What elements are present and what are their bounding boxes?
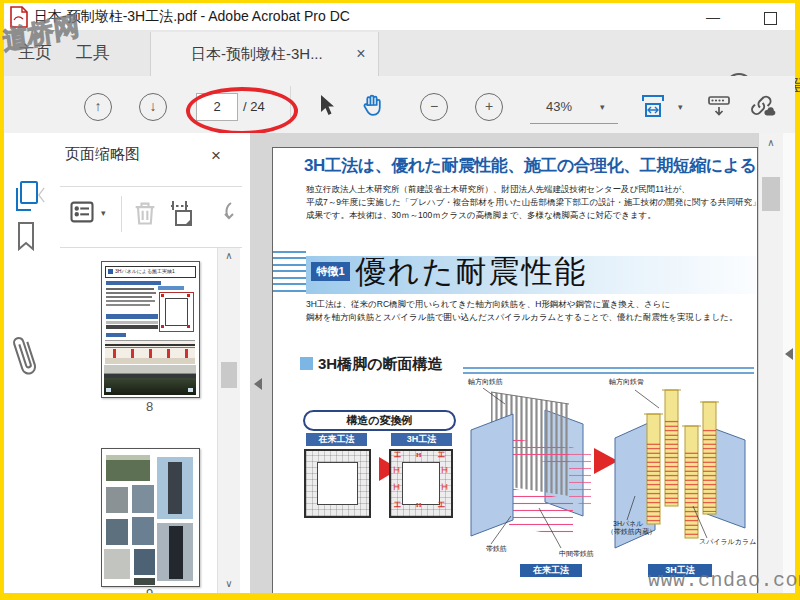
panel-scroll-down-icon[interactable]: ∨ [218,578,240,589]
method-3h-header: 3H工法 [391,433,452,446]
page-thumbnails-icon[interactable] [12,179,40,213]
minimize-button[interactable]: — [695,7,731,29]
attachments-icon[interactable] [4,326,47,386]
feature-badge: 特徴1 [311,262,350,281]
pdf-intro-line: 独立行政法人土木研究所（前建設省土木研究所）、財団法人先端建設技術センター及び民… [306,184,746,196]
steel-mark: 工 [394,451,401,459]
zoom-underline [530,123,618,124]
bookmarks-icon[interactable] [14,221,38,251]
steel-mark: 工 [440,484,448,491]
thumb2-page-number: 9 [101,586,198,593]
steel-mark: 工 [440,467,448,474]
pdf-feature-line: 鋼材を軸方向鉄筋とスパイラル筋で囲い込んだスパイラルカラムとすることで、優れた耐… [306,312,746,324]
section-rule [463,367,754,369]
section-rule [463,372,754,374]
conventional-3d-caption: 在来工法 [520,564,582,577]
label-hoop: 帯鉄筋 [486,545,507,553]
red-ellipse-annotation [186,87,298,135]
fit-dropdown-caret-icon[interactable]: ▾ [678,102,683,112]
steel-mark: H [416,451,421,459]
collapse-left-panel-handle[interactable] [254,378,262,390]
screenshot-frame: 日本-预制墩柱-3H工法.pdf - Adobe Acrobat Pro DC … [0,0,800,600]
method-3h-cross-section: 工 H 工 工 工 工 工 工 H 工 [389,449,453,518]
tab-document[interactable]: 日本-预制墩柱-3H... × [150,32,379,76]
conventional-3d-diagram [469,388,595,564]
decorative-stripe [273,270,306,272]
select-tool-icon[interactable] [316,94,336,118]
window-title: 日本-预制墩柱-3H工法.pdf - Adobe Acrobat Pro DC [34,3,350,30]
document-scroll-up-icon[interactable]: ∧ [759,137,783,148]
panel-divider [60,247,242,248]
panel-scrollbar-thumb[interactable] [221,362,237,388]
label-axial-steel: 軸方向鉄骨 [609,378,644,386]
label-3h-panel: 3Hパネル [613,520,643,528]
zoom-dropdown-caret-icon[interactable]: ▾ [600,102,605,112]
thumbnail-options-icon[interactable] [68,198,96,226]
maximize-button[interactable] [752,7,788,29]
pdf-page: 3H工法は、優れた耐震性能、施工の合理化、工期短縮による 独立行政法人土木研究所… [272,147,758,593]
fit-width-icon[interactable] [640,93,666,119]
conventional-cross-section [304,449,371,518]
steel-mark: H [416,501,421,509]
navigation-rail [4,133,46,593]
document-tab-label: 日本-预制墩柱-3H... [191,32,323,76]
hand-tool-icon[interactable] [360,93,385,118]
expand-right-panel-handle[interactable] [785,348,793,360]
section-title: 3H橋脚の断面構造 [318,355,443,374]
document-scrollbar[interactable]: ∧ [758,133,784,593]
section-bullet [300,357,313,370]
decorative-stripe [273,283,306,285]
steel-mark: 工 [392,484,400,491]
zoom-level-value[interactable]: 43% [537,94,581,120]
document-canvas: 3H工法は、優れた耐震性能、施工の合理化、工期短縮による 独立行政法人土木研究所… [250,133,762,593]
pdf-headline: 3H工法は、優れた耐震性能、施工の合理化、工期短縮による [304,154,752,177]
pdf-intro-line: 平成7～9年度に実施した「プレハブ・複合部材を用いた山岳部橋梁下部工の設計・施工… [306,197,746,209]
thumbnail-page-8[interactable]: 3Hパネルによる施工実績1 [101,261,200,398]
zoom-in-button[interactable]: + [475,93,503,121]
decorative-stripe [273,277,306,279]
label-axial-rebar: 軸方向鉄筋 [468,378,503,386]
decorative-stripe [273,290,306,292]
feature-title: 優れた耐震性能 [355,251,587,293]
panel-scrollbar[interactable]: ∧ ∨ [217,248,240,593]
next-page-button[interactable]: ↓ [139,93,167,121]
label-3h-panel-sub: （帯鉄筋内蔵） [607,528,656,536]
steel-mark: 工 [392,467,400,474]
pdf-intro-line: 成果です。本技術は、30ｍ～100ｍクラスの高橋脚まで、多様な橋脚高さに対応でき… [306,210,746,222]
steel-mark: 工 [438,501,445,509]
tab-bar: 主页 工具 日本-预制墩柱-3H... × ? 登录 [4,30,795,76]
thumb1-mini-title: 3Hパネルによる施工実績1 [115,267,175,276]
close-tab-icon[interactable]: × [351,44,371,64]
panel-divider [60,186,242,187]
zoom-out-button[interactable]: − [420,93,448,121]
title-bar: 日本-预制墩柱-3H工法.pdf - Adobe Acrobat Pro DC … [4,3,795,30]
decorative-stripe [273,264,306,266]
thumbnails-panel: 页面缩略图 × ▾ [45,133,251,593]
maximize-icon [764,12,777,25]
crop-pages-icon[interactable] [167,197,199,229]
thumb1-page-number: 8 [101,399,198,414]
panel-scroll-up-icon[interactable]: ∧ [218,250,240,261]
previous-page-button[interactable]: ↑ [84,93,112,121]
conversion-example-pill: 構造の変換例 [303,410,456,431]
decorative-stripe [273,257,306,259]
label-mid-hoop: 中間帯鉄筋 [559,550,594,558]
panel-title: 页面缩略图 [65,145,140,164]
pdf-feature-line: 3H工法は、従来のRC橋脚で用いられてきた軸方向鉄筋を、H形鋼材や鋼管に置き換え… [306,299,746,311]
delete-pages-icon[interactable] [131,199,159,227]
rotate-pages-icon[interactable] [224,199,248,225]
bottom-watermark: www.cndao.com [648,569,800,592]
panel-close-icon[interactable]: × [205,145,227,167]
main-area: 页面缩略图 × ▾ [4,133,795,593]
document-scrollbar-thumb[interactable] [762,177,780,211]
conventional-method-header: 在来工法 [306,433,367,446]
steel-mark: 工 [394,501,401,509]
thumbnail-page-9[interactable] [101,448,200,587]
right-panel-strip [783,133,795,593]
main-toolbar: ↑ ↓ 2 / 24 − + 43% ▾ ▾ [4,76,795,134]
share-link-icon[interactable] [748,92,778,119]
steel-mark: 工 [438,451,445,459]
options-caret-icon[interactable]: ▾ [101,208,106,218]
hide-toolbar-icon[interactable] [706,93,732,119]
decorative-stripe [273,251,306,253]
